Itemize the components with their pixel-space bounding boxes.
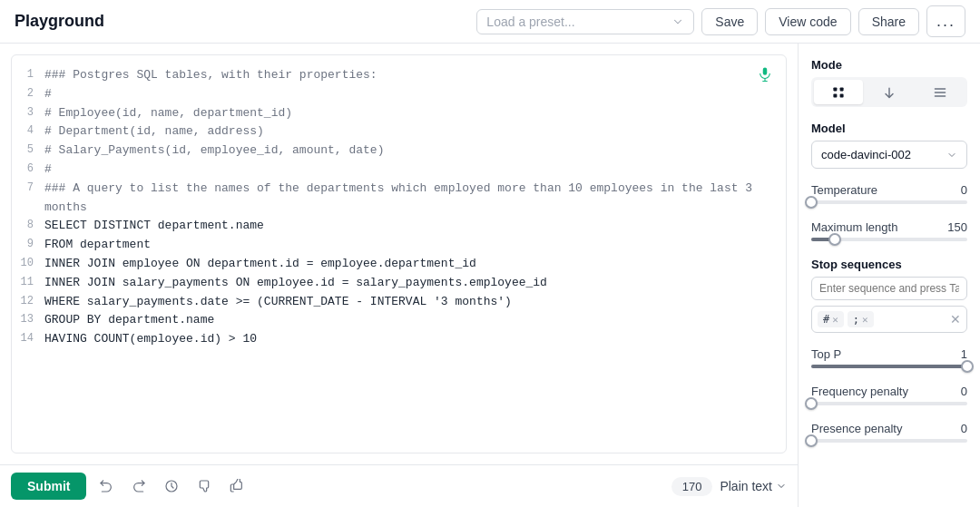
stop-sequences-input[interactable]	[811, 277, 967, 300]
view-code-button[interactable]: View code	[765, 8, 850, 35]
thumbs-up-icon	[230, 479, 244, 493]
token-count: 170	[671, 477, 713, 496]
line-content: SELECT DISTINCT department.name	[44, 217, 775, 236]
line-content: HAVING COUNT(employee.id) > 10	[44, 330, 775, 349]
top-p-slider-track[interactable]	[811, 365, 967, 368]
code-line: 14HAVING COUNT(employee.id) > 10	[12, 330, 775, 349]
code-line: 12WHERE salary_payments.date >= (CURRENT…	[12, 293, 775, 312]
freq-penalty-label: Frequency penalty	[811, 385, 908, 398]
max-length-slider-thumb[interactable]	[828, 233, 841, 246]
submit-button[interactable]: Submit	[11, 473, 86, 500]
freq-penalty-section: Frequency penalty 0	[811, 385, 967, 407]
svg-rect-6	[833, 94, 837, 98]
tag-semicolon-label: ;	[853, 313, 859, 326]
editor-footer: Submit	[0, 464, 798, 507]
code-editor[interactable]: 1### Postgres SQL tables, with their pro…	[11, 54, 787, 453]
line-content: #	[44, 85, 775, 104]
code-line: 9FROM department	[12, 236, 775, 255]
code-line: 6#	[12, 161, 775, 180]
top-p-slider-fill	[811, 365, 967, 368]
mode-button-insert[interactable]	[865, 80, 914, 104]
temperature-row: Temperature 0	[811, 183, 967, 197]
line-content: INNER JOIN employee ON department.id = e…	[44, 255, 775, 274]
stop-sequences-section: Stop sequences # ✕ ; ✕ ✕	[811, 258, 967, 333]
top-p-row: Top P 1	[811, 347, 967, 361]
mode-button-complete[interactable]	[814, 80, 863, 104]
temperature-slider-thumb[interactable]	[805, 196, 818, 209]
line-number: 9	[12, 236, 44, 253]
tags-clear-button[interactable]: ✕	[950, 312, 961, 327]
freq-penalty-value: 0	[961, 385, 967, 398]
line-number: 2	[12, 85, 44, 102]
line-content: # Employee(id, name, department_id)	[44, 104, 775, 123]
temperature-label: Temperature	[811, 183, 877, 197]
line-number: 10	[12, 255, 44, 272]
share-button[interactable]: Share	[858, 8, 919, 35]
model-label: Model	[811, 122, 967, 135]
code-line: 8SELECT DISTINCT department.name	[12, 217, 775, 236]
main-content: 1### Postgres SQL tables, with their pro…	[0, 44, 980, 507]
line-number: 8	[12, 217, 44, 234]
redo-icon	[132, 479, 146, 493]
line-content: ### A query to list the names of the dep…	[44, 180, 775, 218]
more-button[interactable]: ...	[926, 5, 965, 37]
code-line: 3# Employee(id, name, department_id)	[12, 104, 775, 123]
plain-text-button[interactable]: Plain text	[720, 479, 787, 493]
line-number: 5	[12, 141, 44, 159]
model-dropdown[interactable]: code-davinci-002	[811, 141, 967, 169]
code-line: 2#	[12, 85, 775, 104]
max-length-label: Maximum length	[811, 220, 897, 234]
thumbs-down-button[interactable]	[191, 475, 217, 497]
header-controls: Load a preset... Save View code Share ..…	[476, 5, 965, 37]
temperature-slider-track[interactable]	[811, 200, 967, 204]
editor-area: 1### Postgres SQL tables, with their pro…	[0, 44, 799, 507]
freq-penalty-slider-track[interactable]	[811, 402, 967, 405]
presence-penalty-value: 0	[961, 422, 967, 435]
mic-icon[interactable]	[757, 64, 773, 83]
line-content: WHERE salary_payments.date >= (CURRENT_D…	[44, 293, 775, 312]
code-line: 11INNER JOIN salary_payments ON employee…	[12, 274, 775, 293]
thumbs-up-button[interactable]	[224, 475, 250, 497]
model-value: code-davinci-002	[821, 148, 911, 161]
top-p-label: Top P	[811, 347, 841, 361]
mode-button-edit[interactable]	[916, 80, 965, 104]
code-line: 5# Salary_Payments(id, employee_id, amou…	[12, 141, 775, 161]
line-number: 3	[12, 104, 44, 122]
svg-rect-5	[840, 88, 844, 92]
redo-button[interactable]	[126, 475, 152, 497]
max-length-slider-track[interactable]	[811, 238, 967, 241]
tag-semicolon-close[interactable]: ✕	[862, 314, 868, 326]
tag-hash-close[interactable]: ✕	[832, 314, 838, 326]
code-line: 1### Postgres SQL tables, with their pro…	[12, 66, 775, 85]
stop-tags-area: # ✕ ; ✕ ✕	[811, 306, 967, 333]
page-title: Playground	[15, 12, 476, 31]
history-icon	[164, 479, 179, 493]
top-p-slider-thumb[interactable]	[961, 360, 974, 373]
mode-icon-insert	[882, 84, 897, 100]
thumbs-down-icon	[197, 479, 211, 493]
code-line: 13GROUP BY department.name	[12, 311, 775, 330]
top-p-value: 1	[961, 347, 967, 361]
presence-penalty-label: Presence penalty	[811, 422, 902, 435]
undo-icon	[99, 479, 113, 493]
code-line: 4# Department(id, name, address)	[12, 122, 775, 141]
line-content: # Salary_Payments(id, employee_id, amoun…	[44, 141, 775, 161]
top-p-section: Top P 1	[811, 347, 967, 370]
code-line: 7### A query to list the names of the de…	[12, 180, 775, 218]
presence-penalty-row: Presence penalty 0	[811, 422, 967, 435]
chevron-down-icon	[946, 150, 957, 161]
history-button[interactable]	[159, 475, 184, 497]
max-length-section: Maximum length 150	[811, 220, 967, 243]
temperature-section: Temperature 0	[811, 183, 967, 206]
save-button[interactable]: Save	[701, 8, 758, 35]
freq-penalty-slider-thumb[interactable]	[805, 397, 818, 410]
model-section: Model code-davinci-002	[811, 122, 967, 169]
line-content: FROM department	[44, 236, 775, 255]
preset-dropdown[interactable]: Load a preset...	[476, 9, 694, 34]
presence-penalty-slider-thumb[interactable]	[805, 434, 818, 447]
undo-button[interactable]	[93, 475, 119, 497]
mode-section: Mode	[811, 58, 967, 107]
presence-penalty-slider-track[interactable]	[811, 439, 967, 443]
chevron-down-icon	[671, 15, 684, 28]
code-block: 1### Postgres SQL tables, with their pro…	[12, 66, 786, 349]
